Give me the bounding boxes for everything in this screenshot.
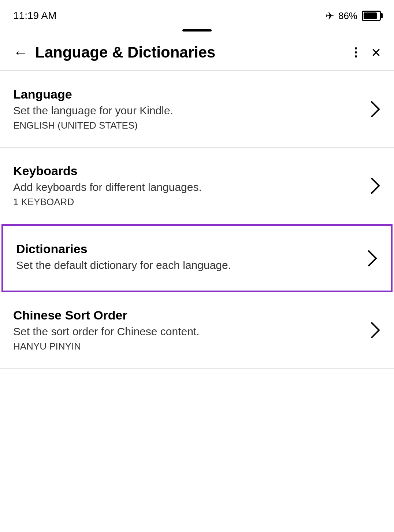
more-options-button[interactable] (349, 47, 363, 58)
page-header: ← Language & Dictionaries × (0, 34, 394, 71)
menu-item-chinese-sort-order-content: Chinese Sort Order Set the sort order fo… (13, 308, 370, 352)
battery-icon (362, 11, 381, 21)
chevron-right-icon (370, 177, 381, 195)
menu-item-language-title: Language (13, 87, 370, 101)
menu-item-dictionaries[interactable]: Dictionaries Set the default dictionary … (1, 224, 393, 292)
menu-item-dictionaries-description: Set the default dictionary for each lang… (16, 259, 367, 271)
menu-item-language-description: Set the language for your Kindle. (13, 104, 370, 117)
dot2 (355, 51, 357, 53)
menu-item-dictionaries-content: Dictionaries Set the default dictionary … (16, 242, 367, 274)
menu-item-chinese-sort-order[interactable]: Chinese Sort Order Set the sort order fo… (0, 292, 394, 369)
chevron-right-icon (370, 321, 381, 339)
battery-fill (364, 12, 377, 19)
status-time: 11:19 AM (13, 10, 56, 22)
menu-item-keyboards-description: Add keyboards for different languages. (13, 181, 370, 193)
menu-item-chinese-sort-order-description: Set the sort order for Chinese content. (13, 325, 370, 338)
menu-item-keyboards-status: 1 KEYBOARD (13, 196, 370, 208)
menu-item-chinese-sort-order-title: Chinese Sort Order (13, 308, 370, 322)
page-title: Language & Dictionaries (35, 44, 349, 61)
swipe-handle (0, 29, 394, 34)
battery-percent: 86% (338, 10, 357, 22)
menu-item-keyboards-content: Keyboards Add keyboards for different la… (13, 164, 370, 208)
menu-item-language-status: ENGLISH (UNITED STATES) (13, 120, 370, 131)
status-bar: 11:19 AM ✈ 86% (0, 0, 394, 29)
airplane-icon: ✈ (326, 10, 334, 22)
menu-item-keyboards-title: Keyboards (13, 164, 370, 178)
menu-list: Language Set the language for your Kindl… (0, 71, 394, 369)
menu-item-keyboards[interactable]: Keyboards Add keyboards for different la… (0, 148, 394, 224)
status-icons: ✈ 86% (326, 10, 381, 22)
chevron-right-icon (370, 100, 381, 118)
menu-item-language-content: Language Set the language for your Kindl… (13, 87, 370, 131)
swipe-handle-bar (182, 29, 212, 32)
close-button[interactable]: × (371, 44, 381, 60)
dot1 (355, 47, 357, 49)
chevron-right-icon (367, 249, 378, 267)
menu-item-chinese-sort-order-status: HANYU PINYIN (13, 341, 370, 352)
menu-item-language[interactable]: Language Set the language for your Kindl… (0, 71, 394, 148)
dot3 (355, 55, 357, 58)
back-button[interactable]: ← (13, 45, 28, 60)
menu-item-dictionaries-title: Dictionaries (16, 242, 367, 256)
header-actions: × (349, 44, 381, 60)
